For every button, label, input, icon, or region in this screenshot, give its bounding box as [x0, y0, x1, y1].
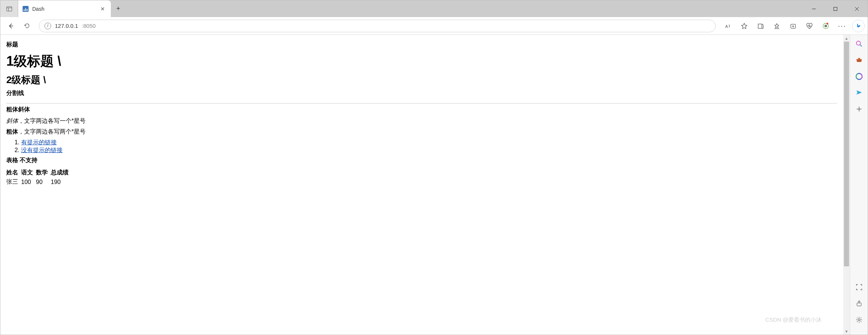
sidebar-share-icon[interactable] [854, 298, 864, 309]
close-window-button[interactable] [846, 0, 868, 17]
maximize-button[interactable] [825, 0, 846, 17]
browser-window: Dash ✕ + i 127.0.0.1:8050 A [0, 0, 868, 335]
new-tab-button[interactable]: + [111, 0, 126, 17]
sidebar-screenshot-icon[interactable] [854, 282, 864, 292]
favorite-icon[interactable] [736, 19, 752, 33]
svg-line-17 [860, 45, 862, 47]
svg-rect-4 [834, 7, 837, 10]
scroll-thumb[interactable] [844, 42, 849, 266]
sidebar-office-icon[interactable] [854, 71, 864, 82]
reading-list-icon[interactable] [753, 19, 768, 33]
address-bar: i 127.0.0.1:8050 A ··· [0, 17, 868, 35]
link-list: 有提示的链接 没有提示的链接 [6, 139, 837, 154]
sidebar-add-icon[interactable] [854, 104, 864, 114]
svg-point-16 [856, 41, 860, 45]
list-item: 有提示的链接 [21, 139, 837, 147]
th-name: 姓名 [6, 168, 21, 177]
minimize-button[interactable] [803, 0, 825, 17]
site-info-icon[interactable]: i [44, 23, 51, 29]
section-title-label: 标题 [6, 41, 837, 49]
section-bolditalic-label: 粗体斜体 [6, 106, 837, 114]
edge-sidebar [850, 35, 868, 335]
performance-icon[interactable] [802, 19, 817, 33]
back-button[interactable] [3, 19, 18, 33]
more-menu-icon[interactable]: ··· [834, 19, 850, 33]
svg-point-22 [858, 319, 860, 321]
link-without-tooltip[interactable]: 没有提示的链接 [21, 147, 63, 153]
th-total: 总成绩 [51, 168, 72, 177]
td-chinese: 100 [21, 177, 36, 187]
table-row: 张三 100 90 190 [6, 177, 72, 187]
svg-text:A: A [725, 24, 728, 28]
bold-rest: ，文字两边各写两个*星号 [18, 128, 86, 135]
svg-point-15 [826, 23, 828, 24]
italic-word: 斜体 [6, 118, 18, 124]
divider [6, 103, 837, 104]
bold-word: 粗体 [6, 128, 18, 135]
toolbar-icons: A ··· [720, 19, 865, 33]
page-content: 标题 1级标题 \ 2级标题 \ 分割线 粗体斜体 斜体，文字两边各写一个*星号… [0, 35, 843, 335]
bold-example: 粗体，文字两边各写两个*星号 [6, 128, 837, 136]
sidebar-send-icon[interactable] [854, 88, 864, 98]
heading-1: 1级标题 \ [6, 52, 837, 70]
italic-rest: ，文字两边各写一个*星号 [18, 118, 86, 124]
italic-example: 斜体，文字两边各写一个*星号 [6, 117, 837, 125]
url-port: :8050 [82, 23, 96, 29]
th-chinese: 语文 [21, 168, 36, 177]
svg-rect-18 [858, 58, 860, 59]
read-aloud-icon[interactable]: A [720, 19, 736, 33]
extension-icon[interactable] [818, 19, 834, 33]
sidebar-search-icon[interactable] [854, 39, 864, 49]
sidebar-tools-icon[interactable] [854, 55, 864, 65]
th-math: 数学 [36, 168, 51, 177]
svg-point-14 [825, 25, 826, 27]
scroll-up-arrow[interactable]: ▲ [843, 35, 850, 42]
scroll-down-arrow[interactable]: ▼ [843, 328, 850, 335]
td-total: 190 [51, 177, 72, 187]
url-input[interactable]: i 127.0.0.1:8050 [39, 20, 716, 32]
heading-2: 2级标题 \ [6, 73, 837, 86]
browser-tab[interactable]: Dash ✕ [18, 0, 111, 17]
td-name: 张三 [6, 177, 21, 187]
window-controls [803, 0, 868, 17]
sidebar-settings-icon[interactable] [854, 315, 864, 325]
section-divider-label: 分割线 [6, 89, 837, 97]
tab-close-button[interactable]: ✕ [99, 4, 106, 13]
tab-actions-button[interactable] [0, 0, 18, 17]
data-table: 姓名 语文 数学 总成绩 张三 100 90 190 [6, 168, 72, 187]
section-table-label: 表格 不支持 [6, 157, 837, 164]
link-with-tooltip[interactable]: 有提示的链接 [21, 139, 57, 145]
bing-chat-button[interactable] [852, 20, 865, 32]
td-math: 90 [36, 177, 51, 187]
body-row: 标题 1级标题 \ 2级标题 \ 分割线 粗体斜体 斜体，文字两边各写一个*星号… [0, 35, 868, 335]
url-host: 127.0.0.1 [55, 23, 78, 29]
refresh-button[interactable] [20, 19, 34, 33]
table-header-row: 姓名 语文 数学 总成绩 [6, 168, 72, 177]
vertical-scrollbar[interactable]: ▲ ▼ [843, 35, 850, 335]
list-item: 没有提示的链接 [21, 147, 837, 154]
title-bar: Dash ✕ + [0, 0, 868, 17]
favorites-bar-icon[interactable] [769, 19, 785, 33]
tab-favicon [23, 6, 29, 12]
tab-title: Dash [32, 6, 95, 12]
svg-rect-0 [7, 7, 12, 11]
content-wrap: 标题 1级标题 \ 2级标题 \ 分割线 粗体斜体 斜体，文字两边各写一个*星号… [0, 35, 850, 335]
collections-icon[interactable] [785, 19, 801, 33]
